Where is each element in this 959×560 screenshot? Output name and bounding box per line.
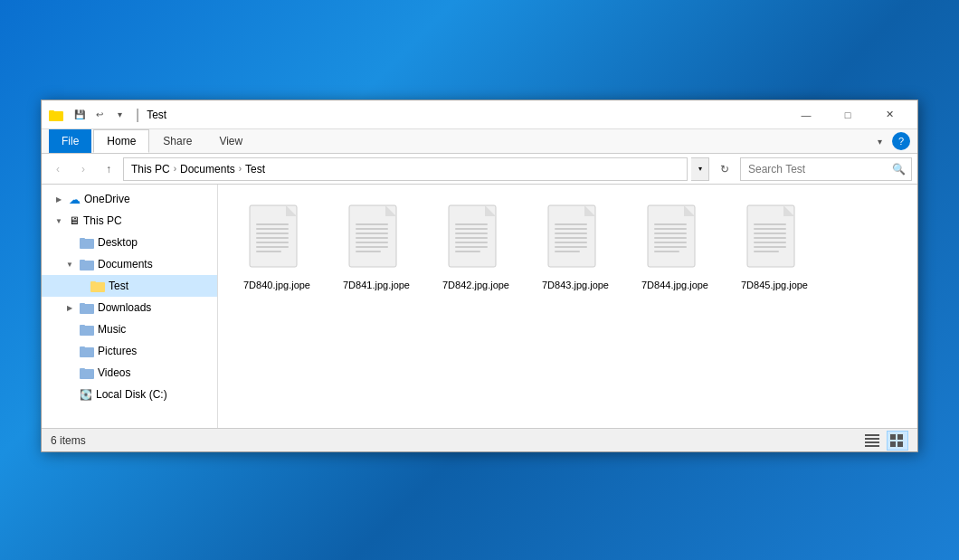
- tab-file[interactable]: File: [49, 129, 91, 153]
- folder-icon-desktop: [80, 236, 94, 249]
- file-item[interactable]: 7D844.jpg.jope: [630, 198, 720, 296]
- file-item[interactable]: 7D840.jpg.jope: [232, 198, 322, 296]
- cloud-icon: ☁: [69, 193, 81, 206]
- ribbon-collapse-btn[interactable]: ▾: [870, 132, 888, 150]
- view-details-button[interactable]: [861, 431, 883, 451]
- sidebar-item-videos[interactable]: ▶ Videos: [42, 362, 217, 384]
- sidebar-label-thispc: This PC: [83, 214, 122, 227]
- svg-rect-39: [455, 223, 488, 225]
- ribbon-tabs: File Home Share View ▾ ?: [42, 129, 917, 153]
- back-button[interactable]: ‹: [47, 158, 69, 180]
- window-controls: — □ ✕: [785, 100, 910, 129]
- expand-arrow-onedrive: ▶: [52, 193, 65, 205]
- sidebar-label-videos: Videos: [98, 366, 130, 379]
- svg-rect-41: [455, 233, 488, 234]
- file-name: 7D844.jpg.jope: [641, 280, 708, 290]
- svg-rect-25: [256, 251, 281, 252]
- svg-rect-45: [455, 251, 480, 252]
- expand-arrow-thispc: ▼: [52, 214, 65, 227]
- sidebar-item-localdisk[interactable]: ▶ 💽 Local Disk (C:): [42, 384, 217, 405]
- svg-rect-78: [865, 441, 879, 443]
- file-icon-svg: [245, 204, 309, 276]
- file-item[interactable]: 7D841.jpg.jope: [331, 198, 422, 296]
- svg-rect-80: [890, 434, 896, 440]
- sidebar-item-thispc[interactable]: ▼ 🖥 This PC: [42, 210, 217, 232]
- sidebar-label-pictures: Pictures: [98, 345, 137, 357]
- status-bar: 6 items: [42, 428, 917, 451]
- maximize-button[interactable]: □: [827, 100, 869, 129]
- search-button[interactable]: 🔍: [889, 160, 907, 178]
- sidebar: ▶ ☁ OneDrive ▼ 🖥 This PC ▶ Desktop: [42, 185, 218, 428]
- svg-rect-62: [654, 237, 687, 239]
- quick-save-btn[interactable]: 💾: [71, 106, 89, 124]
- svg-rect-19: [256, 223, 289, 225]
- path-documents: Documents: [180, 163, 235, 176]
- svg-rect-35: [356, 251, 381, 252]
- svg-rect-75: [754, 251, 779, 252]
- refresh-button[interactable]: ↻: [713, 157, 736, 181]
- sidebar-item-downloads[interactable]: ▶ Downloads: [42, 297, 217, 318]
- sidebar-label-documents: Documents: [98, 258, 153, 271]
- forward-button[interactable]: ›: [72, 158, 94, 180]
- quick-undo-btn[interactable]: ↩: [90, 106, 109, 124]
- svg-rect-71: [754, 233, 786, 234]
- sidebar-label-onedrive: OneDrive: [84, 193, 130, 205]
- svg-rect-3: [80, 238, 85, 241]
- search-input[interactable]: [748, 163, 886, 176]
- file-icon: [544, 204, 607, 276]
- file-icon-svg: [444, 204, 508, 276]
- status-item-count: 6 items: [51, 434, 86, 447]
- file-item[interactable]: 7D843.jpg.jope: [530, 198, 621, 296]
- svg-rect-72: [754, 237, 786, 239]
- minimize-button[interactable]: —: [785, 100, 827, 129]
- svg-rect-77: [865, 438, 879, 440]
- sidebar-item-desktop[interactable]: ▶ Desktop: [42, 232, 217, 253]
- help-button[interactable]: ?: [892, 132, 910, 150]
- folder-icon-small: [49, 108, 63, 122]
- quick-dropdown-btn[interactable]: ▾: [110, 106, 128, 124]
- file-icon: [643, 204, 707, 276]
- sidebar-item-onedrive[interactable]: ▶ ☁ OneDrive: [42, 188, 217, 210]
- disk-icon: 💽: [80, 389, 92, 401]
- file-icon-svg: [743, 204, 806, 276]
- file-icon-svg: [345, 204, 408, 276]
- file-area: 7D840.jpg.jope 7D841.jpg.jope: [218, 185, 917, 428]
- close-button[interactable]: ✕: [869, 100, 910, 129]
- svg-rect-74: [754, 246, 786, 248]
- address-dropdown-button[interactable]: ▾: [691, 157, 709, 181]
- svg-rect-76: [865, 434, 879, 436]
- svg-rect-79: [865, 445, 879, 447]
- file-name: 7D841.jpg.jope: [343, 280, 410, 290]
- tab-home[interactable]: Home: [93, 129, 149, 153]
- file-icon: [245, 204, 309, 276]
- tab-view[interactable]: View: [205, 129, 256, 153]
- file-item[interactable]: 7D845.jpg.jope: [729, 198, 820, 296]
- quick-access-toolbar: 💾 ↩ ▾: [49, 106, 128, 124]
- svg-rect-22: [256, 237, 289, 239]
- svg-rect-9: [80, 303, 85, 306]
- up-button[interactable]: ↑: [98, 158, 119, 180]
- sidebar-item-pictures[interactable]: ▶ Pictures: [42, 340, 217, 362]
- svg-rect-33: [356, 242, 388, 243]
- svg-rect-32: [356, 237, 388, 239]
- sidebar-item-test[interactable]: ▶ Test: [42, 275, 217, 297]
- folder-icon-music: [80, 323, 94, 336]
- sidebar-item-music[interactable]: ▶ Music: [42, 318, 217, 340]
- sidebar-item-documents[interactable]: ▼ Documents: [42, 253, 217, 275]
- view-large-icons-button[interactable]: [887, 431, 908, 451]
- ribbon: File Home Share View ▾ ?: [42, 129, 917, 154]
- svg-rect-44: [455, 246, 488, 248]
- svg-rect-34: [356, 246, 388, 248]
- svg-rect-7: [90, 281, 96, 284]
- address-path-bar[interactable]: This PC › Documents › Test: [123, 157, 688, 181]
- file-grid: 7D840.jpg.jope 7D841.jpg.jope: [227, 194, 908, 300]
- title-separator: |: [136, 107, 139, 123]
- svg-rect-21: [256, 233, 289, 234]
- sidebar-label-desktop: Desktop: [98, 236, 138, 249]
- folder-icon-downloads: [80, 301, 94, 314]
- file-item[interactable]: 7D842.jpg.jope: [431, 198, 521, 296]
- file-icon: [444, 204, 508, 276]
- svg-rect-60: [654, 228, 687, 230]
- svg-rect-59: [654, 223, 687, 225]
- tab-share[interactable]: Share: [149, 129, 205, 153]
